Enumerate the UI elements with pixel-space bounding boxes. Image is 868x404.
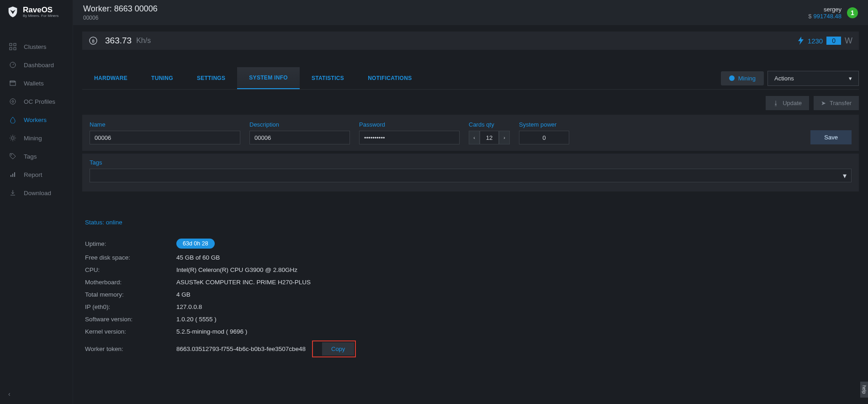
uptime-key: Uptime: <box>85 240 176 247</box>
sidebar-item-label: Download <box>24 190 51 197</box>
mobo-value: ASUSTeK COMPUTER INC. PRIME H270-PLUS <box>176 279 311 286</box>
help-tab[interactable]: help <box>860 382 868 398</box>
cards-qty-input[interactable] <box>480 131 499 144</box>
sidebar-item-download[interactable]: Download <box>0 184 73 202</box>
svg-point-10 <box>11 137 14 139</box>
hashrate-bar: ฿ 363.73 Kh/s 1230 0 W <box>82 32 859 50</box>
svg-rect-3 <box>14 48 16 50</box>
chevron-down-icon: ▾ <box>849 75 852 82</box>
kernel-key: Kernel version: <box>85 328 176 335</box>
sw-value: 1.0.20 ( 5555 ) <box>176 316 217 323</box>
ip-key: IP (eth0): <box>85 303 176 310</box>
description-label: Description <box>249 121 350 128</box>
sidebar-item-clusters[interactable]: Clusters <box>0 37 73 56</box>
wallet-icon <box>9 80 16 87</box>
svg-rect-0 <box>10 43 12 46</box>
sidebar-item-report[interactable]: Report <box>0 165 73 184</box>
svg-rect-14 <box>14 172 15 177</box>
status-dot-icon <box>729 75 735 81</box>
mining-status-button[interactable]: Mining <box>721 71 764 85</box>
transfer-button[interactable]: ➤Transfer <box>814 96 859 110</box>
sidebar-item-label: Wallets <box>24 80 44 87</box>
svg-rect-1 <box>14 43 16 46</box>
sidebar-item-label: Mining <box>24 135 42 142</box>
user-balance[interactable]: 991748.48 <box>814 13 842 20</box>
tab-tuning[interactable]: TUNING <box>139 68 185 89</box>
tab-statistics[interactable]: STATISTICS <box>300 68 356 89</box>
cpu-key: CPU: <box>85 266 176 273</box>
password-label: Password <box>359 121 460 128</box>
svg-line-5 <box>13 64 14 65</box>
sidebar-item-wallets[interactable]: Wallets <box>0 74 73 92</box>
svg-rect-13 <box>12 174 13 177</box>
hashrate-value: 363.73 <box>105 36 132 46</box>
sw-key: Software version: <box>85 316 176 323</box>
update-button[interactable]: ⭳Update <box>766 96 809 110</box>
mem-key: Total memory: <box>85 291 176 298</box>
cards-decrement-button[interactable]: ‹ <box>469 131 480 144</box>
description-input[interactable] <box>249 131 350 144</box>
uptime-value: 63d 0h 28 <box>176 239 215 249</box>
name-label: Name <box>90 121 240 128</box>
sidebar-collapse-button[interactable]: ‹ <box>8 390 11 398</box>
tab-settings[interactable]: SETTINGS <box>185 68 237 89</box>
cpu-value: Intel(R) Celeron(R) CPU G3900 @ 2.80GHz <box>176 266 297 273</box>
system-power-input[interactable] <box>519 131 569 144</box>
token-key: Worker token: <box>85 346 176 352</box>
user-name[interactable]: sergey <box>808 6 842 13</box>
brand-name: RaveOS <box>23 6 58 14</box>
sidebar-item-tags[interactable]: Tags <box>0 147 73 165</box>
chevron-down-icon: ▾ <box>843 171 847 180</box>
gear-icon <box>9 134 16 142</box>
sidebar-item-label: Workers <box>24 117 47 123</box>
balance-symbol: $ <box>808 13 811 20</box>
actions-dropdown[interactable]: Actions▾ <box>767 71 859 86</box>
token-value: 8663.03512793-f755-4b6c-b0b3-fee3507cbe4… <box>176 346 306 352</box>
svg-point-8 <box>10 99 16 104</box>
svg-text:฿: ฿ <box>92 38 95 43</box>
ip-value: 127.0.0.8 <box>176 303 202 310</box>
plane-icon: ➤ <box>821 100 826 106</box>
sidebar-item-label: OC Profiles <box>24 98 55 105</box>
tab-notifications[interactable]: NOTIFICATIONS <box>356 68 423 89</box>
disk-value: 45 GB of 60 GB <box>176 254 220 261</box>
power-reading: 1230 <box>808 37 823 45</box>
tab-system-info[interactable]: SYSTEM INFO <box>237 67 300 89</box>
page-subtitle: 00006 <box>83 15 158 21</box>
power-extra: 0 <box>826 37 841 45</box>
tags-select[interactable]: ▾ <box>90 169 852 182</box>
target-icon <box>9 98 16 105</box>
sidebar-item-workers[interactable]: Workers <box>0 111 73 129</box>
power-unit: W <box>845 36 852 46</box>
cards-qty-stepper[interactable]: ‹ › <box>469 131 510 144</box>
name-input[interactable] <box>90 131 240 144</box>
tag-icon <box>9 153 16 160</box>
chart-icon <box>9 171 16 178</box>
save-button[interactable]: Save <box>810 130 852 144</box>
coin-icon: ฿ <box>89 36 98 45</box>
tab-hardware[interactable]: HARDWARE <box>82 68 139 89</box>
cards-qty-label: Cards qty <box>469 121 510 128</box>
sidebar-item-label: Clusters <box>24 43 47 50</box>
sidebar-item-label: Dashboard <box>24 62 54 69</box>
sidebar-item-oc-profiles[interactable]: OC Profiles <box>0 92 73 111</box>
copy-button[interactable]: Copy <box>322 342 354 356</box>
cards-increment-button[interactable]: › <box>499 131 510 144</box>
bolt-icon <box>798 37 804 45</box>
svg-rect-2 <box>10 48 12 50</box>
drop-icon <box>9 116 16 123</box>
brand-logo[interactable]: RaveOS By Miners. For Miners <box>0 0 73 24</box>
kernel-value: 5.2.5-mining-mod ( 9696 ) <box>176 328 247 335</box>
brand-tagline: By Miners. For Miners <box>23 14 58 18</box>
sidebar-item-label: Report <box>24 171 42 178</box>
mobo-key: Motherboard: <box>85 279 176 286</box>
sidebar-item-dashboard[interactable]: Dashboard <box>0 56 73 74</box>
svg-point-11 <box>11 154 12 155</box>
shield-icon <box>6 5 19 18</box>
download-square-icon: ⭳ <box>773 100 779 106</box>
password-input[interactable] <box>359 131 460 144</box>
sidebar-item-mining[interactable]: Mining <box>0 129 73 147</box>
mem-value: 4 GB <box>176 291 191 298</box>
page-title: Worker: 8663 00006 <box>83 4 158 14</box>
notification-badge[interactable]: 1 <box>847 7 858 18</box>
